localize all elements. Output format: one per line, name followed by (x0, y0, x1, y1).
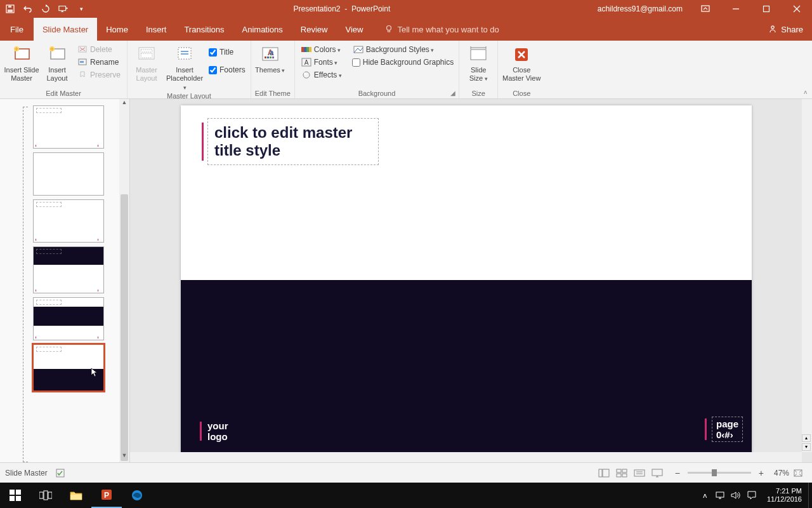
svg-point-41 (304, 72, 306, 75)
insert-slide-master-button[interactable]: Insert Slide Master (4, 42, 39, 83)
scrollbar-handle[interactable] (121, 194, 128, 461)
tab-review[interactable]: Review (292, 18, 337, 41)
file-explorer-button[interactable] (61, 483, 91, 508)
tab-insert[interactable]: Insert (137, 18, 176, 41)
taskbar-clock[interactable]: 7:21 PM 11/12/2016 (761, 487, 808, 504)
svg-rect-62 (44, 491, 48, 500)
svg-rect-61 (39, 492, 43, 498)
scroll-up-icon[interactable]: ▲ (119, 99, 129, 109)
slide-canvas[interactable]: click to edit master title style your lo… (181, 105, 752, 453)
page-number-placeholder[interactable]: page 0‹#› (712, 417, 743, 442)
cursor-icon (91, 368, 98, 378)
background-styles-button[interactable]: Background Styles (351, 44, 455, 55)
tab-home[interactable]: Home (97, 18, 137, 41)
editor-horizontal-scrollbar[interactable] (130, 452, 802, 462)
zoom-slider-handle[interactable] (712, 469, 717, 476)
effects-button[interactable]: Effects (299, 70, 344, 80)
svg-rect-63 (48, 492, 52, 498)
nav-buttons: ▴ ▾ (802, 434, 811, 451)
fit-to-window-icon[interactable] (790, 467, 806, 479)
svg-rect-49 (603, 469, 609, 477)
collapse-ribbon-icon[interactable]: ʌ (801, 89, 809, 97)
show-desktop-button[interactable] (808, 483, 812, 508)
close-master-view-button[interactable]: Close Master View (502, 42, 541, 83)
svg-text:a: a (269, 48, 273, 57)
spellcheck-icon[interactable] (55, 468, 65, 478)
maximize-button[interactable] (754, 0, 779, 18)
colors-button[interactable]: Colors (299, 44, 344, 55)
svg-rect-52 (617, 474, 621, 477)
next-slide-icon[interactable]: ▾ (802, 443, 811, 451)
tab-view[interactable]: View (336, 18, 372, 41)
undo-icon[interactable] (23, 4, 33, 14)
fonts-button[interactable]: A Fonts (299, 57, 344, 67)
close-master-icon (511, 44, 532, 65)
powerpoint-taskbar-button[interactable]: P (91, 483, 122, 508)
volume-icon[interactable] (730, 490, 740, 500)
slideshow-icon[interactable] (650, 467, 665, 479)
zoom-level[interactable]: 47% (766, 469, 789, 478)
slide-size-button[interactable]: Slide Size (463, 42, 494, 83)
layout-thumbnail-3[interactable] (33, 246, 104, 293)
logo-placeholder[interactable]: your logo (207, 420, 228, 442)
rename-button[interactable]: Rename (75, 57, 123, 67)
title-bar: ▾ Presentation2 - PowerPoint achildress9… (0, 0, 812, 18)
share-button[interactable]: Share (759, 18, 812, 41)
insert-placeholder-icon (174, 44, 195, 65)
footers-checkbox[interactable]: Footers (207, 65, 247, 75)
start-button[interactable] (0, 483, 30, 508)
start-from-beginning-icon[interactable] (58, 4, 69, 14)
action-center-icon[interactable] (747, 490, 757, 500)
svg-rect-48 (599, 469, 602, 477)
prev-slide-icon[interactable]: ▴ (802, 434, 811, 442)
task-view-button[interactable] (30, 483, 61, 508)
tab-slide-master[interactable]: Slide Master (34, 18, 97, 41)
background-styles-icon (353, 45, 363, 54)
normal-view-icon[interactable] (596, 467, 612, 479)
redo-icon[interactable] (41, 4, 51, 14)
layout-thumbnail-5[interactable] (33, 344, 104, 391)
layout-thumbnail-4[interactable] (33, 297, 104, 340)
insert-layout-icon (47, 44, 67, 65)
background-dialog-launcher[interactable]: ◢ (449, 88, 457, 97)
master-thumbnail[interactable] (33, 105, 104, 149)
save-icon[interactable] (5, 4, 15, 14)
tab-file[interactable]: File (0, 18, 34, 41)
thumbnails-scrollbar[interactable]: ▲ ▼ (119, 99, 129, 462)
delete-button: Delete (75, 44, 123, 55)
title-placeholder[interactable]: click to edit master title style (207, 118, 379, 165)
layout-thumbnail-2[interactable] (33, 199, 104, 243)
svg-rect-58 (16, 490, 21, 495)
tell-me-search[interactable]: Tell me what you want to do (372, 18, 499, 41)
layout-thumbnail-1[interactable] (33, 152, 104, 196)
svg-rect-36 (309, 47, 311, 52)
insert-placeholder-button[interactable]: Insert Placeholder (164, 42, 205, 92)
tab-animations[interactable]: Animations (233, 18, 292, 41)
zoom-in-button[interactable]: + (756, 468, 766, 478)
title-checkbox[interactable]: Title (207, 47, 247, 57)
close-button[interactable] (784, 0, 809, 18)
slide-sorter-icon[interactable] (614, 467, 629, 479)
minimize-button[interactable] (723, 0, 749, 18)
reading-view-icon[interactable] (632, 467, 647, 479)
svg-rect-55 (652, 469, 662, 476)
windows-taskbar: P ʌ 7:21 PM 11/12/2016 (0, 483, 812, 508)
edge-taskbar-button[interactable] (122, 483, 152, 508)
ribbon-display-options-icon[interactable] (693, 0, 718, 18)
svg-point-39 (303, 72, 310, 78)
themes-button[interactable]: Aa Themes (255, 42, 285, 75)
network-icon[interactable] (715, 490, 725, 500)
scroll-down-icon[interactable]: ▼ (119, 452, 129, 462)
master-layout-icon (136, 44, 157, 65)
zoom-slider[interactable] (688, 472, 751, 474)
tray-chevron-icon[interactable]: ʌ (698, 491, 712, 500)
hide-background-checkbox[interactable]: Hide Background Graphics (351, 57, 455, 67)
svg-rect-32 (272, 57, 274, 58)
editor-vertical-scrollbar[interactable] (802, 99, 812, 452)
qat-customize-icon[interactable]: ▾ (76, 4, 86, 14)
insert-layout-button[interactable]: Insert Layout (42, 42, 72, 83)
ribbon-tabs: File Slide Master Home Insert Transition… (0, 18, 812, 41)
zoom-out-button[interactable]: − (672, 468, 683, 478)
tab-transitions[interactable]: Transitions (175, 18, 233, 41)
svg-rect-1 (8, 10, 13, 12)
